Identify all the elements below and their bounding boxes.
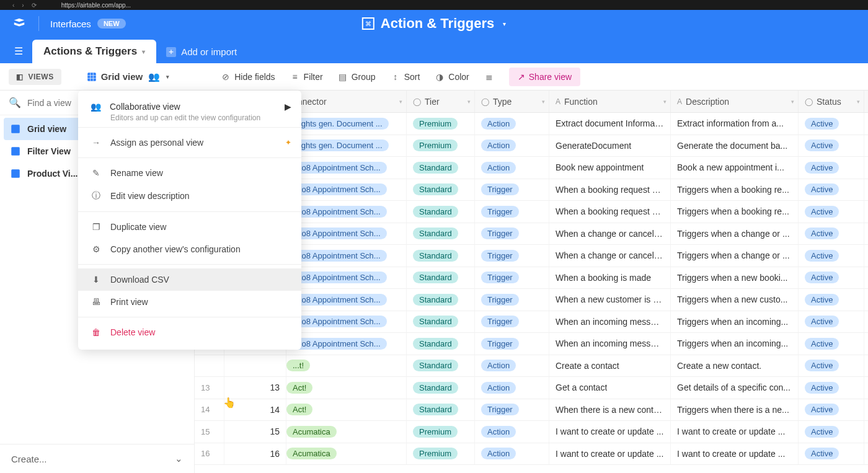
cell-function[interactable]: When a booking request di... xyxy=(549,201,671,223)
cm-copy-config[interactable]: ⚙ Copy another view's configuration xyxy=(78,238,301,260)
cm-rename-view[interactable]: ✎ Rename view xyxy=(78,162,301,184)
cell-type[interactable]: Trigger xyxy=(475,399,549,421)
cell-type[interactable]: Trigger xyxy=(475,267,549,289)
filter-button[interactable]: ≡ Filter xyxy=(290,72,323,82)
cell-connector[interactable]: ...to8 Appointment Sch... xyxy=(286,223,407,245)
cell-type[interactable]: Action xyxy=(475,157,549,179)
cell-connector[interactable]: ...to8 Appointment Sch... xyxy=(286,201,407,223)
cell-status[interactable]: Active xyxy=(799,223,864,245)
cell-tier[interactable]: Premium xyxy=(407,421,475,443)
cm-assign-personal[interactable]: → Assign as personal view ✦ xyxy=(78,131,301,154)
cell-connector[interactable]: ...to8 Appointment Sch... xyxy=(286,311,407,333)
sort-button[interactable]: ↕ Sort xyxy=(391,72,420,82)
cell-connector[interactable]: ...to8 Appointment Sch... xyxy=(286,179,407,201)
cell-function[interactable]: When an incoming messag... xyxy=(549,333,671,355)
table-row[interactable]: 1515AcumaticaPremiumActionI want to crea… xyxy=(195,421,868,443)
cell-connector[interactable]: Acumatica xyxy=(286,421,407,443)
cell-description[interactable]: Triggers when a booking re... xyxy=(671,201,799,223)
cell-status[interactable]: Active xyxy=(799,157,864,179)
cell-status[interactable]: Active xyxy=(799,377,864,399)
reload-icon[interactable]: ⟳ xyxy=(32,2,37,9)
cell-description[interactable]: I want to create or update ... xyxy=(671,421,799,443)
cell-connector[interactable]: ...to8 Appointment Sch... xyxy=(286,157,407,179)
cell-tier[interactable]: Premium xyxy=(407,135,475,157)
cell-function[interactable]: GenerateDocument xyxy=(549,135,671,157)
cell-type[interactable]: Action xyxy=(475,113,549,135)
views-toggle-button[interactable]: ◧ VIEWS xyxy=(9,69,61,85)
group-button[interactable]: ▤ Group xyxy=(338,72,376,82)
cell-description[interactable]: Extract information from a... xyxy=(671,113,799,135)
table-row[interactable]: 1616AcumaticaPremiumActionI want to crea… xyxy=(195,443,868,466)
cell-tier[interactable]: Standard xyxy=(407,157,475,179)
cell-type[interactable]: Trigger xyxy=(475,245,549,267)
cell-type[interactable]: Action xyxy=(475,421,549,443)
cell-tier[interactable]: Standard xyxy=(407,377,475,399)
cell-type[interactable]: Trigger xyxy=(475,333,549,355)
col-status[interactable]: ◯Status▾ xyxy=(799,91,864,112)
row-height-button[interactable]: ≣ xyxy=(484,72,494,82)
base-title-button[interactable]: ⌘ Action & Triggers ▾ xyxy=(362,15,506,32)
gridview-selector[interactable]: Grid view 👥 ▾ xyxy=(86,71,173,82)
hide-fields-button[interactable]: ⊘ Hide fields xyxy=(221,72,275,82)
cell-status[interactable]: Active xyxy=(799,245,864,267)
cell-tier[interactable]: Standard xyxy=(407,179,475,201)
cell-function[interactable]: I want to create or update ... xyxy=(549,443,671,465)
menu-icon[interactable]: ☰ xyxy=(9,41,29,61)
cell-connector[interactable]: ...to8 Appointment Sch... xyxy=(286,267,407,289)
add-import-button[interactable]: ＋ Add or import xyxy=(156,40,247,63)
cell-status[interactable]: Active xyxy=(799,399,864,421)
cell-type[interactable]: Trigger xyxy=(475,289,549,311)
cm-edit-description[interactable]: ⓘ Edit view description xyxy=(78,184,301,208)
cell-status[interactable]: Active xyxy=(799,201,864,223)
cell-tier[interactable]: Standard xyxy=(407,267,475,289)
cell-connector[interactable]: ...ights gen. Document ... xyxy=(286,135,407,157)
cell-type[interactable]: Trigger xyxy=(475,201,549,223)
cell-status[interactable]: Active xyxy=(799,135,864,157)
cell-tier[interactable]: Standard xyxy=(407,311,475,333)
cell-description[interactable]: Triggers when a new custo... xyxy=(671,289,799,311)
cell-type[interactable]: Action xyxy=(475,377,549,399)
cell-type[interactable]: Action xyxy=(475,355,549,377)
table-row[interactable]: 1414Act!StandardTriggerWhen there is a n… xyxy=(195,399,868,422)
cell-tier[interactable]: Standard xyxy=(407,333,475,355)
cell-description[interactable]: Triggers when a change or ... xyxy=(671,245,799,267)
cell-connector[interactable]: ...to8 Appointment Sch... xyxy=(286,245,407,267)
cell-tier[interactable]: Standard xyxy=(407,223,475,245)
cell-tier[interactable]: Standard xyxy=(407,201,475,223)
cm-duplicate-view[interactable]: ❐ Duplicate view xyxy=(78,216,301,238)
cell-description[interactable]: Triggers when a booking re... xyxy=(671,179,799,201)
create-view-button[interactable]: Create... ⌄ xyxy=(0,444,194,473)
cell-status[interactable]: Active xyxy=(799,113,864,135)
cell-description[interactable]: I want to create or update ... xyxy=(671,443,799,465)
cell-function[interactable]: When a booking request a... xyxy=(549,179,671,201)
cell-tier[interactable]: Standard xyxy=(407,289,475,311)
cell-type[interactable]: Action xyxy=(475,443,549,465)
cell-connector[interactable]: Acumatica xyxy=(286,443,407,465)
forward-icon[interactable]: › xyxy=(22,2,24,9)
cm-collaborative-view[interactable]: 👥Collaborative view▶ Editors and up can … xyxy=(78,97,301,123)
cell-status[interactable]: Active xyxy=(799,179,864,201)
cell-status[interactable]: Active xyxy=(799,443,864,465)
cell-type[interactable]: Trigger xyxy=(475,311,549,333)
cell-connector[interactable]: ...t! xyxy=(286,355,407,377)
share-view-button[interactable]: ↗ Share view xyxy=(509,68,580,86)
cell-status[interactable]: Active xyxy=(799,289,864,311)
col-function[interactable]: AFunction▾ xyxy=(549,91,671,112)
cell-status[interactable]: Active xyxy=(799,267,864,289)
cell-function[interactable]: Create a contact xyxy=(549,355,671,377)
cell-function[interactable]: I want to create or update ... xyxy=(549,421,671,443)
cell-function[interactable]: Get a contact xyxy=(549,377,671,399)
cell-function[interactable]: When a new customer is a... xyxy=(549,289,671,311)
cell-function[interactable]: Extract document Informati... xyxy=(549,113,671,135)
cell-description[interactable]: Book a new appointment i... xyxy=(671,157,799,179)
cell-status[interactable]: Active xyxy=(799,311,864,333)
cell-description[interactable]: Triggers when there is a ne... xyxy=(671,399,799,421)
cell-function[interactable]: When a booking is made xyxy=(549,267,671,289)
cm-download-csv[interactable]: ⬇ Download CSV xyxy=(78,268,301,291)
cell-connector[interactable]: Act! xyxy=(286,377,407,399)
back-icon[interactable]: ‹ xyxy=(12,2,14,9)
cell-tier[interactable]: Premium xyxy=(407,113,475,135)
cell-function[interactable]: When there is a new contact xyxy=(549,399,671,421)
table-tab-active[interactable]: Actions & Triggers ▾ xyxy=(32,40,156,63)
col-connector[interactable]: Connector▾ xyxy=(286,91,407,112)
